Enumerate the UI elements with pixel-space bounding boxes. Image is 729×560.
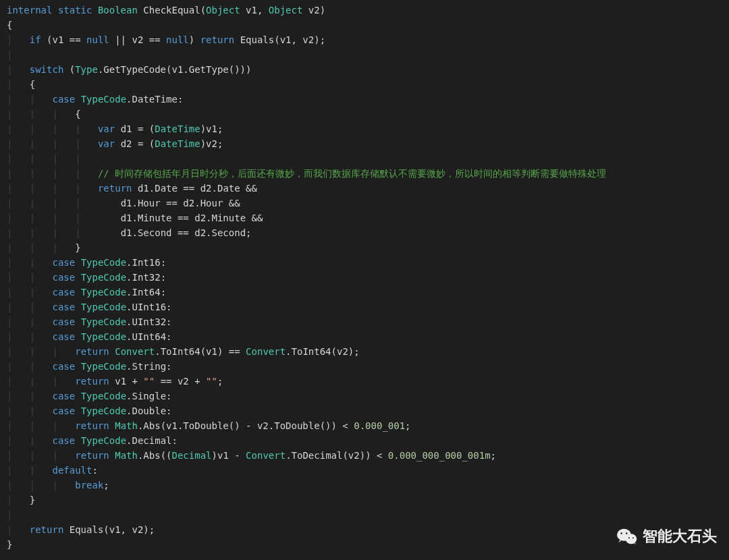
ret-date: d1.Date == d2.Date && xyxy=(132,183,257,194)
cast: )v1; xyxy=(200,123,223,134)
kw-break: break xyxy=(75,480,103,491)
ret-minute: d1.Minute == d2.Minute && xyxy=(121,213,263,223)
comment-line: // 时间存储包括年月日时分秒，后面还有微妙，而我们数据库存储默认不需要微妙，所… xyxy=(98,168,606,179)
watermark-text: 智能大石头 xyxy=(643,529,717,544)
type-typecode: TypeCode xyxy=(81,361,126,372)
final-return: Equals(v1, v2); xyxy=(63,524,155,535)
num-lit: 0.000_001 xyxy=(354,420,405,431)
kw-if: if xyxy=(30,34,41,45)
ret-hour: d1.Hour == d2.Hour && xyxy=(121,198,240,208)
type-typecode: TypeCode xyxy=(81,302,126,312)
kw-return: return xyxy=(75,420,109,431)
type-convert: Convert xyxy=(246,346,286,357)
equals-call: Equals(v1, v2); xyxy=(240,34,325,45)
case-int32: Int32 xyxy=(132,272,161,283)
kw-switch: switch xyxy=(30,64,64,75)
abs-dec-a: .Abs(( xyxy=(138,450,172,461)
kw-case: case xyxy=(52,316,75,327)
kw-null: null xyxy=(86,34,109,45)
gettypecode: .GetTypeCode(v1.GetType())) xyxy=(98,64,252,75)
svg-point-5 xyxy=(632,537,634,538)
type-typecode: TypeCode xyxy=(81,287,126,298)
toint64-b: .ToInt64(v2); xyxy=(286,346,360,357)
type-typecode: TypeCode xyxy=(81,391,126,401)
wechat-icon xyxy=(617,528,637,545)
num-lit: 0.000_000_000_001m xyxy=(388,450,491,461)
kw-case: case xyxy=(52,391,75,401)
cast: )v2; xyxy=(200,138,223,149)
func-name: CheckEqual xyxy=(143,5,200,16)
kw-return: return xyxy=(75,346,109,357)
kw-var: var xyxy=(98,123,115,134)
kw-return: return xyxy=(200,34,235,45)
type-typecode: TypeCode xyxy=(81,405,126,416)
str-ret-c: ; xyxy=(217,376,223,387)
kw-static: static xyxy=(58,5,92,16)
brace: { xyxy=(30,79,35,90)
kw-return: return xyxy=(98,183,132,194)
svg-point-3 xyxy=(626,532,628,534)
type-object: Object xyxy=(269,5,303,16)
brace: } xyxy=(30,495,35,505)
type-typecode: TypeCode xyxy=(81,331,126,342)
case-uint32: UInt32 xyxy=(132,316,167,327)
case-uint64: UInt64 xyxy=(132,331,167,342)
watermark: 智能大石头 xyxy=(617,528,717,545)
code-editor[interactable]: internal static Boolean CheckEqual(Objec… xyxy=(0,0,729,555)
brace: { xyxy=(75,109,80,119)
kw-case: case xyxy=(52,331,75,342)
case-double: Double xyxy=(132,405,167,416)
type-typecode: TypeCode xyxy=(81,94,126,105)
kw-return: return xyxy=(75,376,109,387)
kw-case: case xyxy=(52,94,75,105)
case-int64: Int64 xyxy=(132,287,161,298)
type-typecode: TypeCode xyxy=(81,257,126,268)
type-typecode: TypeCode xyxy=(81,272,126,283)
param-v1: v1 xyxy=(246,5,257,16)
type-type: Type xyxy=(75,64,98,75)
case-uint16: UInt16 xyxy=(132,302,167,312)
param-v2: v2 xyxy=(308,5,320,16)
type-math: Math xyxy=(115,450,138,461)
brace: } xyxy=(75,242,80,253)
str-ret-b: == v2 + xyxy=(155,376,206,387)
kw-case: case xyxy=(52,287,75,298)
kw-case: case xyxy=(52,405,75,416)
kw-case: case xyxy=(52,272,75,283)
case-datetime: DateTime xyxy=(132,94,178,105)
type-convert: Convert xyxy=(246,450,286,461)
case-decimal: Decimal xyxy=(132,435,172,446)
type-typecode: TypeCode xyxy=(81,316,126,327)
d2-decl: d2 = ( xyxy=(115,138,155,149)
kw-null: null xyxy=(166,34,189,45)
ret-second: d1.Second == d2.Second; xyxy=(121,227,252,238)
kw-case: case xyxy=(52,257,75,268)
svg-point-2 xyxy=(620,532,622,534)
type-decimal: Decimal xyxy=(172,450,212,461)
type-datetime: DateTime xyxy=(155,138,200,149)
abs-double: .Abs(v1.ToDouble() - v2.ToDouble()) < xyxy=(138,420,354,431)
d1-decl: d1 = ( xyxy=(115,123,155,134)
case-string: String xyxy=(132,361,167,372)
kw-case: case xyxy=(52,302,75,312)
string-lit: "" xyxy=(206,376,217,387)
brace: { xyxy=(7,20,12,30)
svg-point-4 xyxy=(628,537,630,538)
type-typecode: TypeCode xyxy=(81,435,126,446)
str-ret-a: v1 + xyxy=(109,376,144,387)
kw-case: case xyxy=(52,435,75,446)
kw-case: case xyxy=(52,361,75,372)
case-int16: Int16 xyxy=(132,257,161,268)
string-lit: "" xyxy=(143,376,155,387)
kw-default: default xyxy=(52,465,92,476)
type-object: Object xyxy=(206,5,240,16)
type-math: Math xyxy=(115,420,138,431)
case-single: Single xyxy=(132,391,167,401)
abs-dec-b: )v1 - xyxy=(212,450,246,461)
abs-dec-c: .ToDecimal(v2)) < xyxy=(286,450,388,461)
type-bool: Boolean xyxy=(98,5,138,16)
svg-point-1 xyxy=(626,534,637,544)
kw-return: return xyxy=(75,450,109,461)
type-datetime: DateTime xyxy=(155,123,200,134)
type-convert: Convert xyxy=(115,346,155,357)
